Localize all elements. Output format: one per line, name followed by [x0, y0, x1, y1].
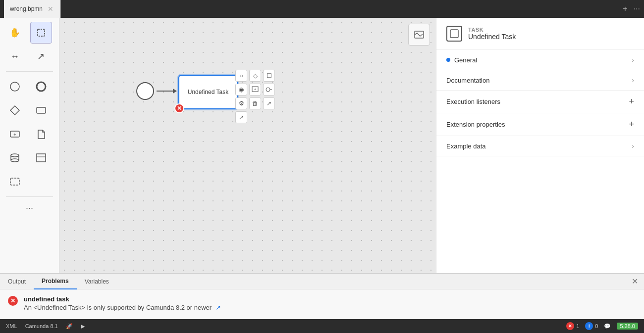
problem-link[interactable]: ↗	[215, 304, 221, 311]
ctx-event-icon[interactable]: ○	[235, 70, 247, 82]
panel-section-execution-listeners[interactable]: Execution listeners +	[436, 91, 644, 113]
panel-section-extension-properties[interactable]: Extension properties +	[436, 113, 644, 136]
create-group-button[interactable]	[4, 171, 26, 192]
svg-rect-4	[37, 107, 46, 113]
canvas[interactable]: Undefined Task ✕ ○ ◇ ☐ ◉ + ⚙ 🗑	[59, 18, 436, 273]
tool-group-group	[0, 171, 59, 192]
info-dot: i	[585, 322, 593, 330]
general-dot	[446, 58, 450, 62]
main-area: ✋ ↔ ↗	[0, 18, 644, 273]
tool-group-navigation: ✋	[0, 22, 59, 44]
panel-header: TASK Undefined Task	[436, 18, 644, 50]
tab-close-button[interactable]: ✕	[47, 4, 54, 13]
panel-task-icon	[446, 26, 462, 42]
create-task-button[interactable]	[30, 99, 52, 121]
status-deploy-icon[interactable]: 🚀	[66, 323, 73, 330]
svg-marker-3	[10, 106, 19, 115]
info-count: 0	[595, 323, 598, 329]
ctx-event2-icon[interactable]: ◉	[235, 84, 247, 95]
tool-group-events	[0, 76, 59, 97]
tab-problems[interactable]: Problems	[34, 274, 77, 289]
more-tabs-icon[interactable]: ···	[634, 4, 640, 13]
context-pad: ○ ◇ ☐ ◉ + ⚙ 🗑 ↗ ↗	[235, 70, 275, 123]
problem-task-label: undefined task	[24, 295, 221, 303]
tool-group-containers: +	[0, 123, 59, 145]
create-data-button[interactable]	[30, 123, 52, 145]
example-data-arrow: ›	[632, 142, 634, 150]
lasso-tool-button[interactable]	[30, 22, 52, 44]
tab-variables-label: Variables	[85, 278, 109, 285]
svg-point-15	[266, 88, 270, 92]
more-tools-button[interactable]: ···	[26, 203, 33, 213]
ctx-gateway-icon[interactable]: ◇	[249, 70, 261, 82]
minimap-button[interactable]	[408, 24, 430, 46]
create-gateway-button[interactable]	[4, 99, 26, 121]
error-count: 1	[576, 323, 579, 329]
panel-section-general[interactable]: General ›	[436, 50, 644, 70]
extension-properties-label: Extension properties	[446, 121, 629, 128]
svg-rect-0	[38, 29, 45, 36]
error-dot: ✕	[566, 322, 574, 330]
connect-tool-button[interactable]: ↗	[30, 46, 52, 67]
right-panel: TASK Undefined Task General › Documentat…	[436, 18, 644, 273]
tab-output-label: Output	[8, 278, 26, 285]
bpmn-sequence-flow[interactable]	[157, 91, 176, 92]
ctx-connect-icon[interactable]: ↗	[263, 97, 275, 109]
ctx-task-icon[interactable]: ☐	[263, 70, 275, 82]
create-event-button[interactable]	[4, 76, 26, 97]
tab-bar-left: wrong.bpmn ✕	[4, 0, 61, 18]
create-event2-button[interactable]	[30, 76, 52, 97]
ctx-append-icon[interactable]	[263, 84, 275, 95]
bottom-panel-close[interactable]: ✕	[626, 277, 644, 286]
create-datastore-button[interactable]	[4, 147, 26, 169]
problem-message-text: An <Undefined Task> is only supported by…	[24, 304, 212, 311]
panel-section-example-data[interactable]: Example data ›	[436, 136, 644, 156]
execution-listeners-label: Execution listeners	[446, 98, 629, 105]
svg-point-2	[37, 82, 46, 91]
svg-rect-17	[450, 30, 458, 38]
ctx-delete-icon[interactable]: 🗑	[249, 97, 261, 109]
status-engine: Camunda 8.1	[25, 323, 58, 329]
bpmn-task[interactable]: Undefined Task ✕	[178, 75, 238, 109]
task-error-indicator: ✕	[174, 103, 184, 113]
ctx-subprocess-icon[interactable]: +	[249, 84, 261, 95]
execution-listeners-plus[interactable]: +	[629, 96, 634, 107]
bpmn-task-label: Undefined Task	[188, 89, 229, 95]
svg-rect-9	[37, 154, 46, 162]
space-tool-button[interactable]: ↔	[4, 46, 26, 67]
svg-point-1	[10, 82, 19, 91]
tab-wrong-bpmn[interactable]: wrong.bpmn ✕	[4, 0, 61, 18]
bpmn-start-event[interactable]	[136, 82, 154, 100]
tool-divider-1	[6, 71, 53, 72]
svg-point-7	[11, 154, 19, 157]
status-comments-icon[interactable]: 💬	[604, 323, 611, 330]
status-bar-right: ✕ 1 i 0 💬 5.28.0	[566, 322, 638, 330]
example-data-label: Example data	[446, 143, 632, 150]
create-pool-button[interactable]	[30, 147, 52, 169]
panel-title-area: TASK Undefined Task	[468, 27, 516, 41]
info-badge: i 0	[585, 322, 598, 330]
status-bar: XML Camunda 8.1 🚀 ▶ ✕ 1 i 0 💬 5.28.0	[0, 319, 644, 333]
bottom-tab-bar: Output Problems Variables ✕	[0, 274, 644, 289]
extension-properties-plus[interactable]: +	[629, 119, 634, 130]
tab-variables[interactable]: Variables	[77, 274, 117, 289]
tab-bar-right: + ···	[623, 4, 640, 13]
panel-section-documentation[interactable]: Documentation ›	[436, 70, 644, 91]
tab-problems-label: Problems	[42, 278, 69, 285]
panel-task-name: Undefined Task	[468, 33, 516, 41]
problem-error-icon: ✕	[8, 296, 18, 306]
context-pad-row-2: ◉ +	[235, 84, 275, 95]
ctx-properties-icon[interactable]: ⚙	[235, 97, 247, 109]
create-subprocess-button[interactable]: +	[4, 123, 26, 145]
ctx-expand-icon[interactable]: ↗	[235, 111, 247, 123]
tool-group-shapes	[0, 99, 59, 121]
tab-output[interactable]: Output	[0, 274, 34, 289]
svg-text:+: +	[254, 88, 256, 91]
add-tab-icon[interactable]: +	[623, 4, 627, 13]
general-arrow: ›	[632, 56, 634, 64]
context-pad-row-1: ○ ◇ ☐	[235, 70, 275, 82]
bottom-content: ✕ undefined task An <Undefined Task> is …	[0, 289, 644, 319]
status-run-icon[interactable]: ▶	[81, 323, 85, 330]
hand-tool-button[interactable]: ✋	[4, 22, 26, 44]
documentation-label: Documentation	[446, 77, 632, 84]
